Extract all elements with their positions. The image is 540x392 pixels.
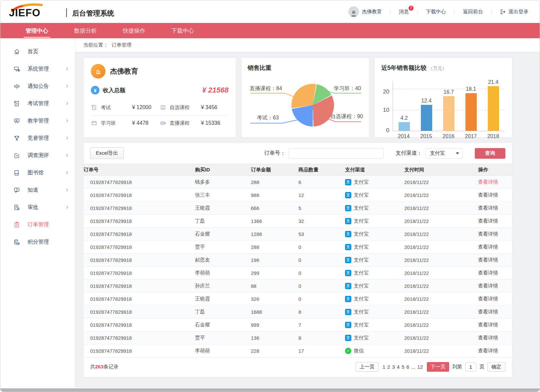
table-row: 019287477829918 贾平 136 8 支付宝 2018/11/22 …: [84, 331, 512, 344]
view-detail-link[interactable]: 查看详情: [478, 218, 498, 224]
view-detail-link[interactable]: 查看详情: [478, 283, 498, 289]
next-page-button[interactable]: 下一页: [427, 362, 449, 372]
nav-item-label: 快捷操作: [121, 24, 147, 38]
x-tick-label: 2017: [461, 133, 480, 139]
sidebar-item-exam[interactable]: 考试管理 ›: [0, 95, 75, 112]
bar: [488, 86, 499, 131]
view-detail-link[interactable]: 查看详情: [478, 244, 498, 250]
nav-item-0[interactable]: 管理中心: [24, 24, 50, 38]
x-tick-label: 2014: [394, 133, 414, 139]
nav-item-1[interactable]: 数据分析: [72, 24, 99, 38]
sidebar-item-points[interactable]: 积分管理 ›: [0, 233, 75, 251]
view-detail-link[interactable]: 查看详情: [478, 296, 498, 301]
payment-icon: [345, 283, 351, 289]
sidebar-item-approval[interactable]: 审批 ›: [0, 199, 75, 216]
view-detail-link[interactable]: 查看详情: [478, 335, 498, 340]
bar-column-3: 18.1: [461, 86, 481, 131]
page-number[interactable]: 3: [391, 364, 396, 370]
view-detail-link[interactable]: 查看详情: [478, 231, 498, 237]
cell-pay-channel: 微信: [345, 348, 404, 354]
x-tick-label: 2018: [483, 133, 503, 139]
exam-scroll-icon: [91, 104, 97, 111]
view-detail-link[interactable]: 查看详情: [478, 205, 498, 211]
sidebar-item-system[interactable]: 系统管理 ›: [0, 60, 75, 78]
goto-page-input[interactable]: [465, 362, 476, 371]
search-button[interactable]: 查询: [475, 148, 505, 159]
view-detail-link[interactable]: 查看详情: [478, 322, 498, 327]
table-row: 019287477829918 丁磊 1688 8 支付宝 2018/11/22…: [84, 305, 512, 318]
page-number[interactable]: 1: [382, 364, 386, 370]
chevron-right-icon: ›: [66, 82, 68, 89]
download-center-menu[interactable]: 下载中心: [425, 9, 447, 15]
bar-column-1: 12.4: [417, 98, 436, 131]
confirm-button[interactable]: 确定: [487, 362, 505, 372]
nav-item-3[interactable]: 下载中心: [169, 24, 196, 38]
page-number[interactable]: 12: [416, 364, 424, 370]
cell-pay-channel: 支付宝: [345, 244, 404, 250]
plot-area: 4.2 12.4: [393, 81, 504, 131]
total-income-label: 收入总额: [103, 87, 125, 94]
cell-quantity: 7: [298, 322, 345, 328]
cell-amount: 1366: [251, 218, 298, 224]
sidebar-item-label: 首页: [28, 48, 38, 55]
view-detail-link[interactable]: 查看详情: [478, 348, 498, 353]
cell-pay-channel: 支付宝: [345, 257, 404, 263]
sidebar-item-library[interactable]: 图书馆 ›: [0, 164, 75, 181]
goto-suffix: 页: [479, 364, 484, 370]
survey-check-icon: [13, 152, 20, 159]
view-detail-link[interactable]: 查看详情: [478, 192, 498, 198]
cell-order-no: 019287477829918: [84, 231, 195, 237]
column-header: 订单金额: [251, 167, 298, 173]
messages-menu[interactable]: 消息 7: [398, 9, 410, 15]
view-detail-link[interactable]: 查看详情: [478, 179, 498, 185]
view-detail-link[interactable]: 查看详情: [478, 309, 498, 314]
record-count-number: 263: [95, 364, 103, 369]
page-number[interactable]: 6: [405, 364, 410, 370]
user-name: 杰佛教育: [362, 9, 382, 15]
table-row: 019287477829918 郝思友 196 0 支付宝 2018/11/22…: [84, 254, 512, 267]
back-to-front-menu[interactable]: 返回前台: [462, 9, 484, 15]
cell-quantity: 0: [298, 270, 345, 276]
breadcrumb-label: 当前位置：: [83, 42, 108, 48]
page-number[interactable]: 5: [401, 364, 405, 370]
order-no-input[interactable]: [289, 148, 384, 159]
income-item-label: 学习班: [101, 120, 129, 126]
page-number[interactable]: ...: [410, 364, 417, 370]
x-tick-label: 2015: [417, 133, 436, 139]
payment-icon: [345, 322, 351, 328]
pie-label-exam: 考试：63: [257, 114, 279, 121]
sidebar-item-label: 教学管理: [28, 117, 49, 124]
prev-page-button[interactable]: 上一页: [356, 362, 379, 372]
cell-buyer: 丁磊: [195, 309, 251, 315]
cell-quantity: 0: [298, 283, 345, 289]
view-detail-link[interactable]: 查看详情: [478, 270, 498, 276]
logout-menu[interactable]: 退出登录: [499, 9, 530, 15]
sidebar-item-knowledge[interactable]: 知道 ›: [0, 181, 75, 199]
pay-channel-select[interactable]: 支付宝: [426, 148, 463, 159]
sidebar-item-teaching[interactable]: 教学管理 ›: [0, 112, 75, 129]
page-number[interactable]: 4: [396, 364, 401, 370]
sidebar-item-notice[interactable]: 通知公告 ›: [0, 78, 75, 95]
excel-export-button[interactable]: Excel导出: [90, 147, 124, 159]
user-menu[interactable]: 杰佛教育: [347, 6, 383, 17]
cell-pay-time: 2018/11/22: [404, 296, 478, 302]
nav-item-2[interactable]: 快捷操作: [121, 24, 147, 38]
page-number[interactable]: 2: [386, 364, 391, 370]
sidebar-item-home[interactable]: 首页 ›: [0, 43, 75, 60]
system-icon: [13, 65, 20, 73]
bar-chart-unit: （万元）: [428, 66, 447, 71]
sidebar-item-competition[interactable]: 竞赛管理 ›: [0, 129, 75, 147]
nav-item-label: 管理中心: [24, 24, 50, 38]
payment-icon: [345, 335, 351, 341]
cell-order-no: 019287477829918: [84, 270, 195, 276]
sales-share-card: 销售比重 直播课程：84 学习班：40 考试：63: [241, 58, 369, 137]
sidebar-item-survey[interactable]: 调查测评 ›: [0, 147, 75, 164]
nav-item-label: 下载中心: [169, 24, 196, 38]
pay-channel-name: 支付宝: [354, 192, 369, 198]
book-icon: [13, 169, 20, 176]
trophy-icon: [13, 134, 20, 142]
chevron-right-icon: ›: [66, 186, 68, 193]
sidebar-item-orders[interactable]: 订单管理 ›: [0, 216, 75, 233]
view-detail-link[interactable]: 查看详情: [478, 257, 498, 263]
income-item-value: ¥ 3456: [201, 104, 217, 110]
